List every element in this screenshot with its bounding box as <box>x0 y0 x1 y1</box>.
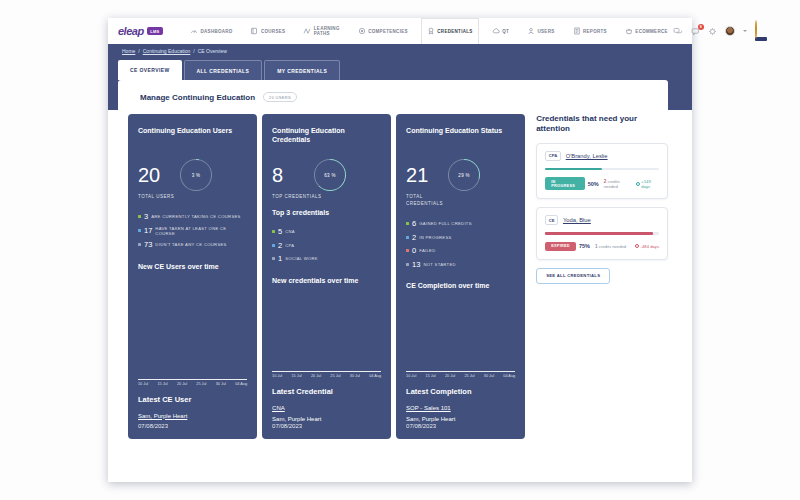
progress-fill <box>545 168 602 171</box>
achievement-badge-icon[interactable] <box>755 21 768 42</box>
chart-title: CE Completion over time <box>406 282 515 289</box>
attention-title: Credentials that need your attention <box>536 114 668 135</box>
chevron-down-icon[interactable] <box>743 30 747 32</box>
tab-all-credentials[interactable]: ALL CREDENTIALS <box>184 60 263 80</box>
stat-row: 73 DIDN'T TAKE ANY CE COURSES <box>138 240 247 249</box>
status-badge: IN PROGRESS <box>545 177 585 190</box>
days-label: -484 days <box>641 244 659 249</box>
credentials-gauge: 63 % <box>314 159 346 191</box>
nav-item-courses[interactable]: COURSES <box>245 18 290 44</box>
stat-row: 5 CNA <box>272 227 381 236</box>
stat-label: FAILED <box>419 248 435 253</box>
nav-item-dashboard[interactable]: DASHBOARD <box>185 18 237 44</box>
attention-panel: Credentials that need your attention CPA… <box>536 114 668 284</box>
metric-label: TOTAL CREDENTIALS <box>406 194 461 208</box>
breadcrumb-home[interactable]: Home <box>122 48 135 54</box>
stat-list: 3 ARE CURRENTLY TAKING CE COURSES 17 HAV… <box>138 208 247 254</box>
nav-item-qt[interactable]: QT <box>487 18 514 44</box>
top-credentials-value: 8 <box>272 164 314 187</box>
basket-icon <box>625 27 633 36</box>
nav-label: QT <box>502 29 509 34</box>
x-tick: 25 Jul <box>196 382 206 386</box>
medal-circle <box>755 20 757 39</box>
messages-icon[interactable] <box>673 27 683 36</box>
card-title: Continuing Education Status <box>406 126 515 146</box>
breadcrumb-section[interactable]: Continuing Education <box>143 48 191 54</box>
latest-ce-user-link[interactable]: Sam, Purple Heart <box>138 413 187 419</box>
competencies-icon <box>358 27 366 36</box>
nav-label: USERS <box>537 29 554 34</box>
user-avatar[interactable] <box>725 26 735 36</box>
notification-count-badge: 9 <box>698 24 704 30</box>
tab-my-credentials[interactable]: MY CREDENTIALS <box>264 60 340 80</box>
x-tick: 25 Jul <box>464 374 474 378</box>
credential-user-link[interactable]: Yoda, Blue <box>563 217 591 223</box>
notifications-icon[interactable]: 9 <box>691 27 700 36</box>
latest-date: 07/08/2023 <box>406 423 515 429</box>
nav-item-ecommerce[interactable]: ECOMMERCE <box>620 18 673 44</box>
stat-bullet <box>272 244 275 247</box>
top-icon-group: 9 <box>673 21 768 42</box>
dashboard-icon <box>190 27 198 36</box>
brand-logo[interactable]: eleap LMS <box>118 25 163 37</box>
latest-section: Latest CE User Sam, Purple Heart 07/08/2… <box>138 395 247 430</box>
nav-item-competencies[interactable]: COMPETENCIES <box>353 18 413 44</box>
nav-item-credentials[interactable]: CREDENTIALS <box>421 18 479 44</box>
nav-item-users[interactable]: USERS <box>522 18 560 44</box>
x-tick: 30 Jul <box>350 374 360 378</box>
tab-ce-overview[interactable]: CE OVERVIEW <box>118 60 182 80</box>
nav-label: COURSES <box>261 29 285 34</box>
app-window: eleap LMS DASHBOARD COURSES LEARNING PAT… <box>108 18 692 482</box>
stat-row: 13 NOT STARTED <box>406 260 515 269</box>
users-count-badge: 20 USERS <box>263 92 297 102</box>
stat-row: 17 HAVE TAKEN AT LEAST ONE CE COURSE <box>138 226 247 236</box>
chart-title: New CE Users over time <box>138 263 247 270</box>
credits-number: 1 <box>595 244 598 249</box>
x-tick: 20 Jul <box>177 382 187 386</box>
nav-label: ECOMMERCE <box>635 29 667 34</box>
medal-banner <box>755 37 767 42</box>
stat-value: 1 <box>278 254 282 263</box>
x-tick: 04 Aug <box>369 374 381 378</box>
days-remaining: -484 days <box>635 244 659 249</box>
credential-user-link[interactable]: O'Brandy, Leslie <box>566 153 608 159</box>
stat-value: 0 <box>412 246 416 255</box>
stat-value: 6 <box>412 219 416 228</box>
latest-user: Sam, Purple Heart <box>406 416 515 422</box>
latest-completion-link[interactable]: SOP - Sales 101 <box>406 405 451 411</box>
nav-item-reports[interactable]: REPORTS <box>568 18 612 44</box>
x-tick: 04 Aug <box>235 382 247 386</box>
card-ce-credentials: Continuing Education Credentials 8 63 % … <box>262 114 391 439</box>
latest-user: Sam, Purple Heart <box>272 416 381 422</box>
stat-bullet <box>272 230 275 233</box>
stat-value: 2 <box>412 233 416 242</box>
line-chart <box>272 284 381 372</box>
latest-section: Latest Credential CNA Sam, Purple Heart … <box>272 387 381 429</box>
latest-title: Latest Completion <box>406 387 515 396</box>
clock-icon <box>635 244 639 248</box>
stat-value: 3 <box>144 212 148 221</box>
see-all-credentials-button[interactable]: SEE ALL CREDENTIALS <box>536 268 610 284</box>
stat-label: SOCIAL WORK <box>285 256 318 261</box>
status-badge: EXPIRED <box>545 242 576 251</box>
latest-credential-link[interactable]: CNA <box>272 405 285 411</box>
credits-needed: 2 credits needed <box>604 179 633 189</box>
chart-axis-line <box>406 371 515 372</box>
chart-x-axis: 10 Jul 15 Jul 20 Jul 25 Jul 30 Jul 04 Au… <box>406 374 515 378</box>
x-tick: 10 Jul <box>406 374 416 378</box>
stat-bullet <box>406 236 409 239</box>
brand-logo-text: eleap <box>118 25 144 37</box>
top-nav: eleap LMS DASHBOARD COURSES LEARNING PAT… <box>108 18 692 44</box>
settings-gear-icon[interactable] <box>708 27 717 36</box>
chart-x-axis: 10 Jul 15 Jul 20 Jul 25 Jul 30 Jul 04 Au… <box>272 374 381 378</box>
status-gauge: 29 % <box>448 159 480 191</box>
stat-bullet <box>406 222 409 225</box>
credential-type-badge: CE <box>545 215 558 225</box>
latest-title: Latest CE User <box>138 395 247 404</box>
nav-item-learning-paths[interactable]: LEARNING PATHS <box>298 18 344 44</box>
stat-list: 6 GAINED FULL CREDITS 2 IN PROGRESS 0 FA… <box>406 215 515 274</box>
stat-row: 1 SOCIAL WORK <box>272 254 381 263</box>
card-ce-users: Continuing Education Users 20 3 % TOTAL … <box>128 114 257 439</box>
progress-percent: 75% <box>579 243 590 249</box>
x-tick: 20 Jul <box>445 374 455 378</box>
